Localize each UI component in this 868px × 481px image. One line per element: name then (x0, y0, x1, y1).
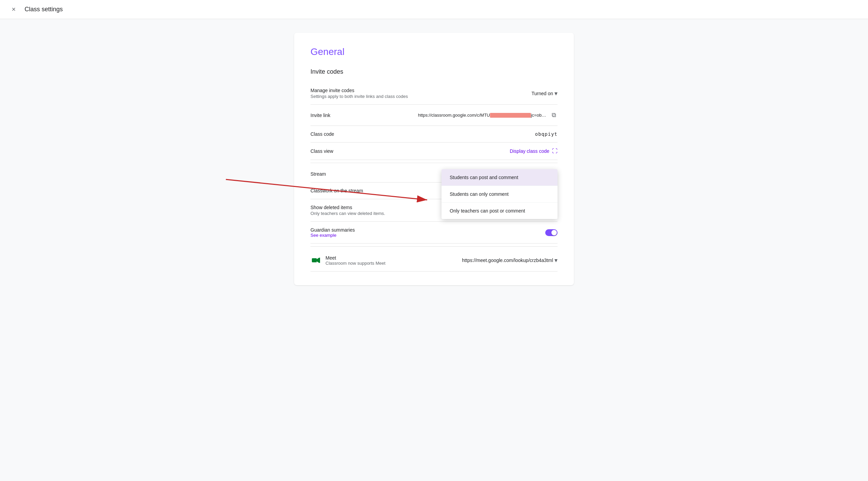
copy-icon[interactable]: ⧉ (550, 110, 558, 120)
manage-invite-codes-label: Manage invite codes (310, 88, 408, 93)
meet-desc: Classroom now supports Meet (326, 261, 386, 266)
meet-link-value: https://meet.google.com/lookup/crzb4a3tm… (462, 258, 553, 263)
stream-option-3[interactable]: Only teachers can post or comment (442, 202, 558, 219)
expand-icon: ⛶ (552, 148, 558, 154)
meet-logo-svg (310, 255, 321, 266)
guardian-summaries-label-group: Guardian summaries See example (310, 227, 355, 238)
invite-link-url: https://classroom.google.com/c/MTUjc=obq… (418, 113, 548, 118)
invite-codes-title: Invite codes (310, 68, 558, 75)
meet-icon (310, 255, 321, 266)
close-icon: × (12, 5, 16, 13)
class-code-text: obqpiyt (535, 131, 558, 137)
guardian-summaries-toggle[interactable] (545, 229, 558, 236)
manage-invite-codes-label-group: Manage invite codes Settings apply to bo… (310, 88, 408, 99)
section-title-general: General (310, 46, 558, 57)
page-title: Class settings (25, 6, 63, 13)
redacted-url-part (490, 113, 531, 118)
meet-info: Meet Classroom now supports Meet (310, 255, 386, 266)
stream-section: Stream Students can post and comment Stu… (310, 166, 558, 183)
classwork-stream-label: Classwork on the stream (310, 188, 363, 193)
invite-link-row: Invite link https://classroom.google.com… (310, 105, 558, 126)
class-view-row: Class view Display class code ⛶ (310, 143, 558, 160)
meet-dropdown-arrow-icon: ▾ (554, 257, 558, 264)
class-code-value: obqpiyt (535, 131, 558, 137)
section-divider (310, 163, 558, 163)
stream-dropdown-menu: Students can post and comment Students c… (442, 169, 558, 219)
close-button[interactable]: × (7, 3, 20, 16)
show-deleted-items-label-group: Show deleted items Only teachers can vie… (310, 205, 385, 216)
meet-text-group: Meet Classroom now supports Meet (326, 255, 386, 266)
turned-on-value: Turned on (532, 91, 553, 96)
class-code-row: Class code obqpiyt (310, 126, 558, 143)
page-container: General Invite codes Manage invite codes… (0, 19, 868, 299)
invite-link-value-group: https://classroom.google.com/c/MTUjc=obq… (418, 110, 558, 120)
guardian-summaries-row: Guardian summaries See example (310, 222, 558, 244)
show-deleted-items-label: Show deleted items (310, 205, 385, 210)
meet-link-dropdown[interactable]: https://meet.google.com/lookup/crzb4a3tm… (462, 257, 558, 264)
see-example-link[interactable]: See example (310, 233, 355, 238)
stream-option-1[interactable]: Students can post and comment (442, 169, 558, 186)
stream-option-2[interactable]: Students can only comment (442, 186, 558, 202)
meet-rect (312, 258, 317, 262)
class-view-label: Class view (310, 148, 333, 154)
invite-link-label: Invite link (310, 113, 330, 118)
manage-invite-codes-dropdown[interactable]: Turned on ▾ (532, 90, 558, 97)
manage-invite-codes-desc: Settings apply to both invite links and … (310, 94, 408, 99)
settings-card: General Invite codes Manage invite codes… (294, 33, 574, 285)
top-bar: × Class settings (0, 0, 868, 19)
meet-label: Meet (326, 255, 386, 261)
show-deleted-items-desc: Only teachers can view deleted items. (310, 211, 385, 216)
manage-invite-codes-row: Manage invite codes Settings apply to bo… (310, 82, 558, 105)
section-divider-2 (310, 246, 558, 247)
class-code-label: Class code (310, 131, 334, 137)
display-class-code-button[interactable]: Display class code ⛶ (510, 148, 558, 154)
toggle-track-on (545, 229, 558, 236)
dropdown-arrow-icon: ▾ (554, 90, 558, 97)
display-class-code-text: Display class code (510, 148, 549, 154)
stream-label: Stream (310, 171, 326, 177)
toggle-thumb-on (551, 230, 557, 235)
guardian-summaries-label: Guardian summaries (310, 227, 355, 233)
meet-row: Meet Classroom now supports Meet https:/… (310, 249, 558, 272)
